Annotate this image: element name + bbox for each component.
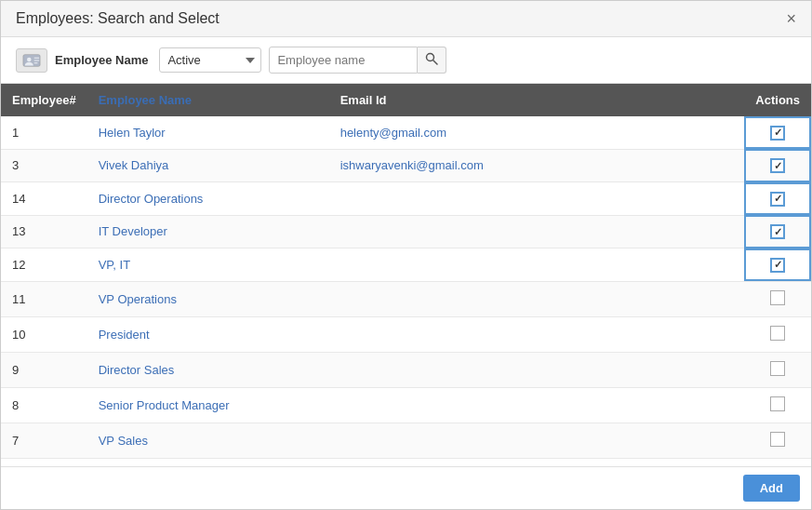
search-icon bbox=[425, 52, 438, 65]
search-button[interactable] bbox=[418, 47, 446, 74]
cell-emp-name: Helen Taylor bbox=[87, 116, 329, 149]
cell-actions bbox=[744, 316, 811, 352]
search-input[interactable] bbox=[269, 47, 418, 74]
table-row: 13IT Developer bbox=[1, 215, 811, 248]
modal-title: Employees: Search and Select bbox=[16, 10, 220, 27]
cell-email bbox=[329, 387, 745, 423]
table-row: 14Director Operations bbox=[1, 182, 811, 216]
cell-emp-num: 11 bbox=[1, 281, 87, 316]
employee-name-label: Employee Name bbox=[55, 53, 148, 67]
add-button[interactable]: Add bbox=[743, 475, 800, 502]
col-employee-num: Employee# bbox=[1, 84, 87, 116]
row-checkbox[interactable] bbox=[770, 192, 785, 207]
col-email: Email Id bbox=[329, 84, 745, 116]
row-checkbox[interactable] bbox=[770, 126, 785, 141]
cell-actions bbox=[744, 182, 811, 216]
cell-email bbox=[329, 281, 745, 316]
svg-point-1 bbox=[27, 57, 32, 61]
cell-email: helenty@gmail.com bbox=[329, 116, 745, 149]
table-row: 9Director Sales bbox=[1, 352, 811, 387]
cell-email bbox=[329, 182, 745, 216]
cell-emp-num: 3 bbox=[1, 149, 87, 182]
table-row: 1Helen Taylorhelenty@gmail.com bbox=[1, 116, 811, 149]
cell-emp-name: IT Developer bbox=[87, 215, 329, 248]
cell-email bbox=[329, 316, 745, 352]
cell-actions bbox=[744, 387, 811, 423]
employees-table: Employee# Employee Name Email Id Actions… bbox=[1, 84, 811, 459]
cell-emp-num: 9 bbox=[1, 352, 87, 387]
table-row: 7VP Sales bbox=[1, 423, 811, 458]
row-checkbox[interactable] bbox=[770, 396, 785, 411]
cell-emp-num: 12 bbox=[1, 248, 87, 282]
table-header-row: Employee# Employee Name Email Id Actions bbox=[1, 84, 811, 116]
cell-emp-name: VP Operations bbox=[87, 281, 329, 316]
cell-actions bbox=[744, 149, 811, 182]
row-checkbox[interactable] bbox=[770, 158, 785, 173]
row-checkbox[interactable] bbox=[770, 326, 785, 341]
modal-footer: Add bbox=[1, 466, 811, 509]
table-row: 10President bbox=[1, 316, 811, 352]
cell-actions bbox=[744, 423, 811, 458]
status-select[interactable]: Active Inactive All bbox=[159, 47, 261, 73]
row-checkbox[interactable] bbox=[770, 432, 785, 447]
table-row: 12VP, IT bbox=[1, 248, 811, 282]
cell-emp-num: 7 bbox=[1, 423, 87, 458]
svg-line-6 bbox=[433, 60, 438, 65]
employee-icon bbox=[16, 48, 47, 73]
cell-emp-name: VP Sales bbox=[87, 423, 329, 458]
cell-actions bbox=[744, 248, 811, 282]
row-checkbox[interactable] bbox=[770, 258, 785, 273]
cell-emp-name: Vivek Dahiya bbox=[87, 149, 329, 182]
table-row: 3Vivek Dahiyaishwaryavenki@gmail.com bbox=[1, 149, 811, 182]
col-employee-name: Employee Name bbox=[87, 84, 329, 116]
close-button[interactable]: × bbox=[786, 10, 796, 27]
modal-header: Employees: Search and Select × bbox=[1, 1, 811, 37]
table-wrapper: Employee# Employee Name Email Id Actions… bbox=[1, 84, 811, 466]
cell-emp-name: Director Sales bbox=[87, 352, 329, 387]
cell-emp-name: Director Operations bbox=[87, 182, 329, 216]
table-row: 8Senior Product Manager bbox=[1, 387, 811, 423]
cell-email: ishwaryavenki@gmail.com bbox=[329, 149, 745, 182]
cell-emp-name: VP, IT bbox=[87, 248, 329, 282]
cell-actions bbox=[744, 116, 811, 149]
cell-emp-name: President bbox=[87, 316, 329, 352]
table-body: 1Helen Taylorhelenty@gmail.com3Vivek Dah… bbox=[1, 116, 811, 458]
col-actions: Actions bbox=[744, 84, 811, 116]
modal-employees: Employees: Search and Select × Employee … bbox=[0, 0, 812, 510]
cell-email bbox=[329, 352, 745, 387]
cell-email bbox=[329, 248, 745, 282]
search-input-group bbox=[269, 47, 446, 74]
row-checkbox[interactable] bbox=[770, 290, 785, 305]
search-bar: Employee Name Active Inactive All bbox=[1, 37, 811, 84]
cell-email bbox=[329, 423, 745, 458]
cell-actions bbox=[744, 281, 811, 316]
cell-emp-name: Senior Product Manager bbox=[87, 387, 329, 423]
row-checkbox[interactable] bbox=[770, 224, 785, 239]
cell-emp-num: 13 bbox=[1, 215, 87, 248]
cell-actions bbox=[744, 352, 811, 387]
cell-actions bbox=[744, 215, 811, 248]
cell-email bbox=[329, 215, 745, 248]
cell-emp-num: 1 bbox=[1, 116, 87, 149]
cell-emp-num: 14 bbox=[1, 182, 87, 216]
row-checkbox[interactable] bbox=[770, 361, 785, 376]
cell-emp-num: 10 bbox=[1, 316, 87, 352]
cell-emp-num: 8 bbox=[1, 387, 87, 423]
table-row: 11VP Operations bbox=[1, 281, 811, 316]
